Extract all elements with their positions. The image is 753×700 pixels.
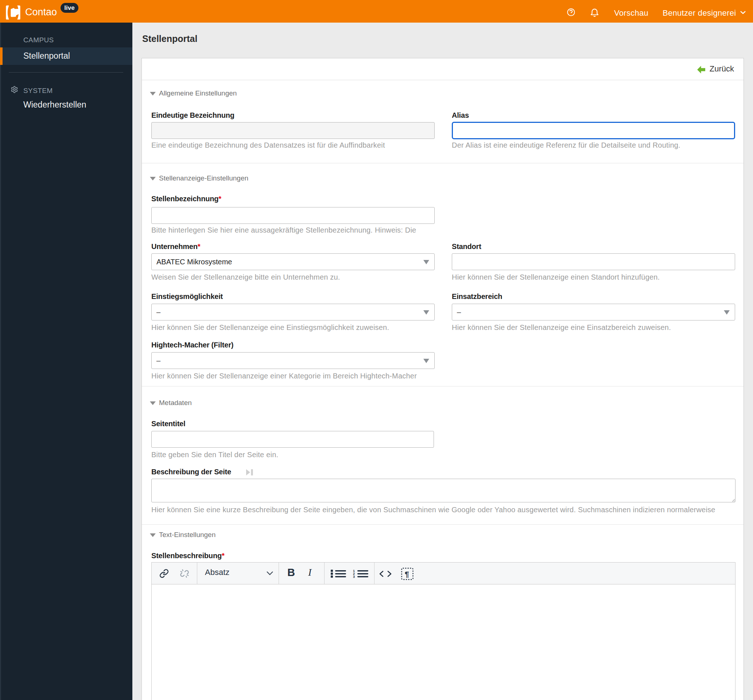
- svg-text:¶: ¶: [405, 570, 409, 578]
- svg-text:3: 3: [353, 575, 355, 578]
